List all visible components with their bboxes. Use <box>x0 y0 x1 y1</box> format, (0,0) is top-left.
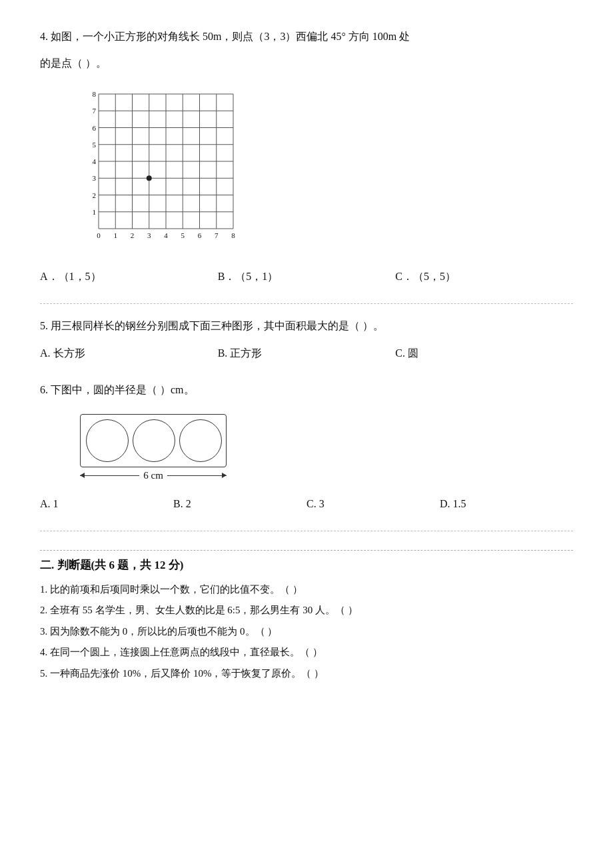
measure-label: 6 cm <box>139 470 167 481</box>
arrow-right <box>167 475 227 476</box>
q5-options: A. 长方形 B. 正方形 C. 圆 <box>40 343 573 364</box>
measure-arrow: 6 cm <box>80 470 227 481</box>
divider-1 <box>40 303 573 304</box>
section-2: 二. 判断题(共 6 题，共 12 分) 1. 比的前项和后项同时乘以一个数，它… <box>40 550 573 685</box>
circle-1 <box>86 419 129 462</box>
q4-option-c: C．（5，5） <box>395 266 573 287</box>
q6-text: 6. 下图中，圆的半径是（ ）cm。 <box>40 380 573 400</box>
circle-2 <box>133 419 175 462</box>
question-4: 4. 如图，一个小正方形的对角线长 50m，则点（3，3）西偏北 45° 方向 … <box>40 27 573 287</box>
q6-option-a: A. 1 <box>40 493 173 515</box>
q6-option-b: B. 2 <box>173 493 306 515</box>
q6-option-d: D. 1.5 <box>440 493 573 515</box>
circle-3 <box>179 419 222 462</box>
q4-option-b: B．（5，1） <box>218 266 396 287</box>
q5-option-c: C. 圆 <box>395 343 573 364</box>
judge-item-5: 5. 一种商品先涨价 10%，后又降价 10%，等于恢复了原价。（ ） <box>40 663 573 685</box>
q4-option-a: A．（1，5） <box>40 266 218 287</box>
q6-option-c: C. 3 <box>306 493 440 515</box>
coordinate-grid <box>80 87 240 247</box>
judge-list: 1. 比的前项和后项同时乘以一个数，它们的比值不变。（ ） 2. 全班有 55 … <box>40 579 573 685</box>
section-2-header: 二. 判断题(共 6 题，共 12 分) <box>40 550 573 573</box>
q5-option-a: A. 长方形 <box>40 343 218 364</box>
question-6: 6. 下图中，圆的半径是（ ）cm。 6 cm A. 1 B. 2 C. 3 D… <box>40 380 573 514</box>
question-5: 5. 用三根同样长的钢丝分别围成下面三种图形，其中面积最大的是（ ）。 A. 长… <box>40 316 573 364</box>
q5-text: 5. 用三根同样长的钢丝分别围成下面三种图形，其中面积最大的是（ ）。 <box>40 316 573 336</box>
circles-box <box>80 414 227 467</box>
judge-item-3: 3. 因为除数不能为 0，所以比的后项也不能为 0。（ ） <box>40 621 573 643</box>
q5-option-b: B. 正方形 <box>218 343 396 364</box>
q6-options: A. 1 B. 2 C. 3 D. 1.5 <box>40 493 573 515</box>
judge-item-4: 4. 在同一个圆上，连接圆上任意两点的线段中，直径最长。（ ） <box>40 642 573 663</box>
q4-text2: 的是点（ ）。 <box>40 53 573 73</box>
circles-diagram: 6 cm <box>80 414 227 481</box>
judge-item-1: 1. 比的前项和后项同时乘以一个数，它们的比值不变。（ ） <box>40 579 573 601</box>
q4-text: 4. 如图，一个小正方形的对角线长 50m，则点（3，3）西偏北 45° 方向 … <box>40 27 573 47</box>
divider-2 <box>40 531 573 531</box>
arrow-left <box>80 475 139 476</box>
judge-item-2: 2. 全班有 55 名学生，男、女生人数的比是 6:5，那么男生有 30 人。（… <box>40 600 573 621</box>
q4-options: A．（1，5） B．（5，1） C．（5，5） <box>40 266 573 287</box>
